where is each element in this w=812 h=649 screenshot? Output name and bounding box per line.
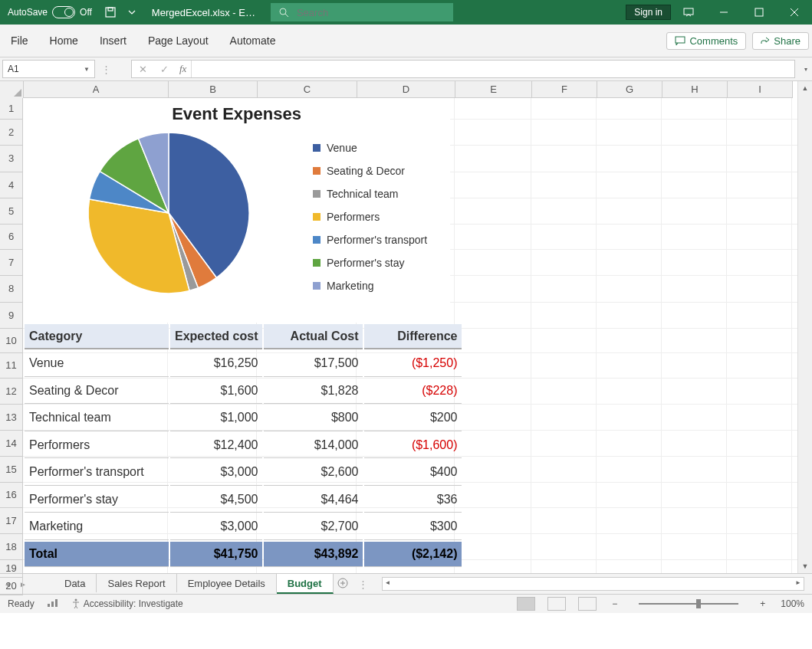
autosave-state: Off xyxy=(80,7,92,18)
table-row: Performer's stay $4,500 $4,464 $36 xyxy=(25,487,462,513)
tab-split-handle[interactable]: ⋮ xyxy=(352,579,374,590)
svg-rect-15 xyxy=(55,599,58,607)
col-header-H[interactable]: H xyxy=(662,81,728,98)
formula-bar-row: A1▼ ⋮ ✕ ✓ fx ▾ xyxy=(0,57,812,81)
stats-icon[interactable] xyxy=(47,598,59,610)
row-header-10[interactable]: 10 xyxy=(0,329,23,353)
row-header-5[interactable]: 5 xyxy=(0,198,23,225)
scroll-down-icon[interactable]: ▼ xyxy=(798,559,812,573)
save-icon[interactable] xyxy=(100,0,121,25)
row-header-13[interactable]: 13 xyxy=(0,405,23,431)
zoom-level[interactable]: 100% xyxy=(781,598,804,609)
row-header-9[interactable]: 9 xyxy=(0,303,23,329)
row-header-8[interactable]: 8 xyxy=(0,276,23,303)
view-normal-button[interactable] xyxy=(517,597,535,611)
row-header-1[interactable]: 1 xyxy=(0,98,23,120)
formula-input[interactable] xyxy=(191,61,794,77)
select-all-corner[interactable] xyxy=(0,81,24,99)
row-header-6[interactable]: 6 xyxy=(0,225,23,250)
menu-bar: File Home Insert Page Layout Automate Co… xyxy=(0,25,812,57)
status-ready: Ready xyxy=(8,598,35,609)
menu-page-layout[interactable]: Page Layout xyxy=(137,25,219,57)
row-header-16[interactable]: 16 xyxy=(0,483,23,508)
table-header: Category xyxy=(25,324,169,349)
vertical-scrollbar[interactable]: ▲ ▼ xyxy=(797,81,812,573)
minimize-button[interactable] xyxy=(706,0,741,25)
zoom-in-button[interactable]: + xyxy=(757,598,768,609)
search-box[interactable] xyxy=(271,3,453,21)
row-header-4[interactable]: 4 xyxy=(0,172,23,198)
add-sheet-button[interactable] xyxy=(334,578,352,591)
table-header-row: CategoryExpected costActual CostDifferen… xyxy=(25,324,462,349)
zoom-out-button[interactable]: − xyxy=(609,598,620,609)
chevron-down-icon[interactable]: ▼ xyxy=(84,66,90,73)
table-row: Seating & Decor $1,600 $1,828 ($228) xyxy=(25,379,462,405)
row-header-2[interactable]: 2 xyxy=(0,120,23,146)
scroll-up-icon[interactable]: ▲ xyxy=(798,81,812,95)
chart-title: Event Expenses xyxy=(23,98,450,124)
row-header-17[interactable]: 17 xyxy=(0,508,23,534)
table-row: Performer's transport $3,000 $2,600 $400 xyxy=(25,460,462,486)
menu-automate[interactable]: Automate xyxy=(219,25,287,57)
table-row: Performers $12,400 $14,000 ($1,600) xyxy=(25,433,462,459)
autosave-toggle[interactable]: AutoSave Off xyxy=(0,6,100,18)
row-header-7[interactable]: 7 xyxy=(0,250,23,276)
accessibility-button[interactable]: Accessibility: Investigate xyxy=(71,598,183,609)
svg-rect-0 xyxy=(106,8,115,17)
table-row: Technical team $1,000 $800 $200 xyxy=(25,405,462,431)
formula-expand-icon[interactable]: ▾ xyxy=(800,66,812,73)
menu-file[interactable]: File xyxy=(0,25,39,57)
maximize-button[interactable] xyxy=(741,0,777,25)
undo-dropdown-icon[interactable] xyxy=(121,0,143,25)
col-header-F[interactable]: F xyxy=(532,81,597,98)
sheet-tab[interactable]: Employee Details xyxy=(177,574,277,592)
row-header-14[interactable]: 14 xyxy=(0,431,23,457)
close-button[interactable] xyxy=(777,0,812,25)
table-header: Expected cost xyxy=(170,324,262,349)
col-header-I[interactable]: I xyxy=(728,81,793,98)
plus-circle-icon xyxy=(337,578,348,588)
table-header: Difference xyxy=(364,324,462,349)
view-page-layout-button[interactable] xyxy=(547,597,566,611)
name-box-resize[interactable]: ⋮ xyxy=(95,64,117,75)
row-header-19[interactable]: 19 xyxy=(0,560,23,578)
cancel-formula-icon: ✕ xyxy=(132,64,153,75)
row-header-3[interactable]: 3 xyxy=(0,146,23,172)
menu-home[interactable]: Home xyxy=(39,25,89,57)
col-header-D[interactable]: D xyxy=(357,81,455,98)
col-header-E[interactable]: E xyxy=(455,81,532,98)
column-headers[interactable]: ABCDEFGHI xyxy=(24,81,793,98)
col-header-B[interactable]: B xyxy=(169,81,258,98)
row-header-11[interactable]: 11 xyxy=(0,353,23,379)
sheet-tab[interactable]: Sales Report xyxy=(97,574,176,592)
fx-label[interactable]: fx xyxy=(175,63,191,75)
search-input[interactable] xyxy=(295,6,445,19)
row-headers[interactable]: 1234567891011121314151617181920 xyxy=(0,98,23,573)
menu-insert[interactable]: Insert xyxy=(89,25,137,57)
view-page-break-button[interactable] xyxy=(578,597,597,611)
col-header-A[interactable]: A xyxy=(24,81,169,98)
row-header-18[interactable]: 18 xyxy=(0,534,23,560)
col-header-G[interactable]: G xyxy=(597,81,662,98)
horizontal-scrollbar[interactable]: ◄► xyxy=(382,577,804,591)
ribbon-mode-icon[interactable] xyxy=(671,0,706,25)
chart-object[interactable]: Event Expenses VenueSeating & DecorTechn… xyxy=(23,98,450,323)
sign-in-button[interactable]: Sign in xyxy=(626,5,671,20)
file-title: MergedExcel.xlsx - E… xyxy=(143,7,265,18)
table-row: Venue $16,250 $17,500 ($1,250) xyxy=(25,351,462,377)
cell-area[interactable]: Event Expenses VenueSeating & DecorTechn… xyxy=(23,98,798,573)
svg-rect-13 xyxy=(48,604,50,607)
share-button[interactable]: Share xyxy=(752,32,809,50)
legend-item: Performer's stay xyxy=(313,251,427,274)
sheet-tab[interactable]: Budget xyxy=(277,574,334,594)
table-row: Marketing $3,000 $2,700 $300 xyxy=(25,514,462,540)
comments-button[interactable]: Comments xyxy=(666,32,746,50)
row-header-15[interactable]: 15 xyxy=(0,457,23,483)
zoom-slider[interactable] xyxy=(639,603,738,605)
sheet-tab[interactable]: Data xyxy=(54,574,97,592)
worksheet-grid: ABCDEFGHI 123456789101112131415161718192… xyxy=(0,81,812,573)
col-header-C[interactable]: C xyxy=(258,81,357,98)
row-header-12[interactable]: 12 xyxy=(0,379,23,405)
row-header-20[interactable]: 20 xyxy=(0,578,23,595)
name-box[interactable]: A1▼ xyxy=(2,60,95,78)
